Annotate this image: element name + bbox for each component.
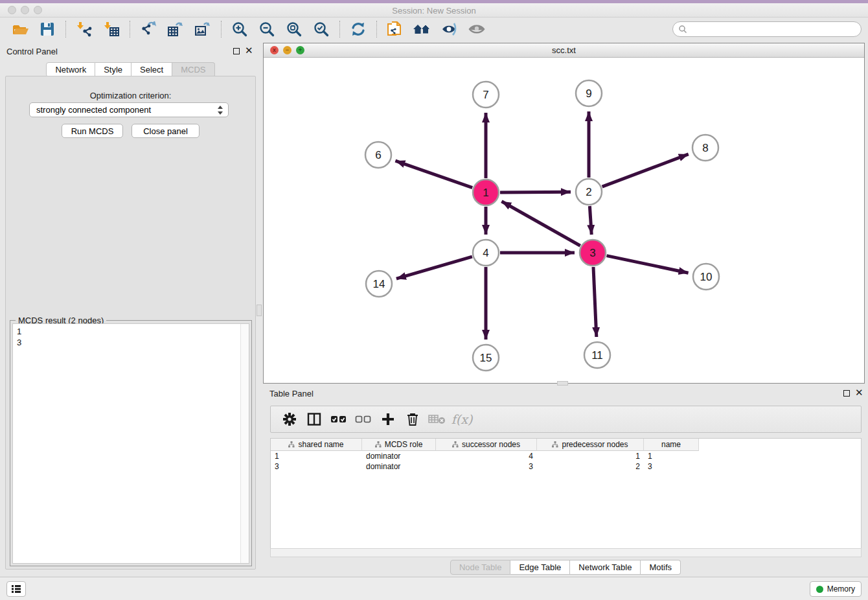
- tab-network-table[interactable]: Network Table: [570, 560, 641, 575]
- add-column-icon[interactable]: [378, 410, 398, 429]
- table-panel-title: Table Panel: [269, 389, 314, 398]
- search-input[interactable]: [687, 23, 861, 36]
- float-panel-icon[interactable]: [233, 48, 240, 54]
- close-panel-icon[interactable]: ✕: [245, 45, 253, 56]
- node-label-8: 8: [702, 142, 708, 154]
- column-tree-icon: [452, 441, 459, 448]
- tab-style[interactable]: Style: [95, 62, 131, 77]
- node-label-15: 15: [480, 352, 492, 364]
- hide-graphics-details-icon[interactable]: [439, 20, 461, 38]
- select-stepper-icon: [216, 105, 224, 115]
- table-horizontal-scrollbar[interactable]: [270, 548, 862, 557]
- tab-motifs[interactable]: Motifs: [641, 560, 681, 575]
- import-table-icon[interactable]: [100, 20, 122, 38]
- task-list-icon: [11, 584, 21, 594]
- toolbar-separator: [221, 21, 222, 38]
- tab-node-table[interactable]: Node Table: [450, 560, 511, 575]
- toolbar-separator: [65, 21, 66, 38]
- edge-4-14[interactable]: [396, 257, 472, 279]
- column-header-label: predecessor nodes: [562, 440, 628, 449]
- edge-2-8[interactable]: [602, 154, 689, 187]
- export-table-icon[interactable]: [165, 20, 187, 38]
- mcds-result-box: MCDS result (2 nodes) 13: [10, 320, 252, 566]
- splitter-grip-vertical[interactable]: [257, 305, 262, 316]
- network-graph[interactable]: 7968124314101511: [264, 58, 864, 383]
- column-header-name[interactable]: name: [644, 439, 699, 451]
- criterion-value: strongly connected component: [36, 105, 151, 115]
- column-header-successor-nodes[interactable]: successor nodes: [436, 439, 537, 451]
- zoom-out-icon[interactable]: [256, 20, 278, 38]
- column-header-shared-name[interactable]: shared name: [271, 439, 362, 451]
- table-tabs: Node TableEdge TableNetwork TableMotifs: [263, 560, 868, 575]
- result-line: 3: [17, 337, 245, 348]
- settings-gear-icon[interactable]: [280, 410, 299, 429]
- table-cell: 2: [537, 461, 644, 472]
- edge-3-11[interactable]: [593, 267, 597, 337]
- result-line: 1: [17, 326, 245, 337]
- network-view-title: scc.txt: [264, 45, 864, 55]
- main-toolbar: [0, 18, 868, 40]
- edge-2-3[interactable]: [589, 206, 591, 235]
- show-graphics-details-icon[interactable]: [466, 20, 488, 38]
- network-view-window: x − + scc.txt 7968124314101511: [263, 43, 865, 384]
- split-panel-icon[interactable]: [304, 410, 324, 429]
- search-box[interactable]: [672, 21, 862, 37]
- node-label-1: 1: [483, 187, 488, 199]
- column-tree-icon: [552, 441, 558, 448]
- import-network-icon[interactable]: [73, 20, 95, 38]
- zoom-selected-icon[interactable]: [310, 20, 332, 38]
- toolbar-separator: [339, 21, 340, 38]
- tab-edge-table[interactable]: Edge Table: [510, 560, 570, 575]
- close-panel-button[interactable]: Close panel: [131, 124, 200, 138]
- zoom-in-icon[interactable]: [229, 20, 251, 38]
- export-network-icon[interactable]: [137, 20, 159, 38]
- network-from-selection-icon[interactable]: [384, 20, 406, 38]
- criterion-select[interactable]: strongly connected component: [29, 102, 229, 117]
- memory-button[interactable]: Memory: [810, 581, 862, 597]
- column-header-label: MCDS role: [385, 440, 423, 449]
- float-table-panel-icon[interactable]: [843, 390, 850, 397]
- column-header-MCDS-role[interactable]: MCDS role: [362, 439, 436, 451]
- node-table: shared nameMCDS rolesuccessor nodesprede…: [270, 438, 862, 548]
- table-cell: 3: [436, 461, 537, 472]
- open-file-icon[interactable]: [9, 20, 31, 38]
- tab-network[interactable]: Network: [46, 62, 95, 77]
- delete-table-icon[interactable]: [428, 410, 447, 429]
- result-scrollbar[interactable]: [240, 324, 249, 563]
- mcds-result-area[interactable]: 13: [12, 323, 249, 564]
- node-label-4: 4: [483, 247, 488, 259]
- table-cell: 1: [537, 451, 644, 461]
- deselect-all-icon[interactable]: [354, 410, 373, 429]
- window-titlebar[interactable]: Session: New Session: [0, 3, 868, 17]
- tab-select[interactable]: Select: [131, 62, 172, 77]
- node-label-3: 3: [589, 247, 595, 259]
- table-cell: 1: [271, 451, 362, 461]
- splitter-grip-horizontal[interactable]: [557, 381, 568, 386]
- function-builder-icon[interactable]: f(x): [452, 410, 472, 429]
- select-all-icon[interactable]: [329, 410, 348, 429]
- refresh-icon[interactable]: [347, 20, 369, 38]
- node-label-11: 11: [591, 349, 603, 362]
- edge-3-1[interactable]: [501, 202, 580, 246]
- delete-column-icon[interactable]: [403, 410, 422, 429]
- column-header-predecessor-nodes[interactable]: predecessor nodes: [537, 439, 644, 451]
- save-session-icon[interactable]: [36, 20, 58, 38]
- table-row[interactable]: 3dominator323: [271, 461, 861, 472]
- edge-1-2[interactable]: [500, 192, 571, 192]
- zoom-fit-icon[interactable]: [283, 20, 305, 38]
- close-table-panel-icon[interactable]: ✕: [855, 387, 863, 398]
- edge-1-6[interactable]: [395, 161, 472, 188]
- table-cell: dominator: [362, 461, 436, 472]
- home-icon[interactable]: [411, 20, 433, 38]
- edge-3-10[interactable]: [607, 256, 689, 273]
- table-cell: 4: [436, 451, 537, 461]
- run-mcds-button[interactable]: Run MCDS: [62, 124, 123, 138]
- toolbar-separator: [376, 21, 377, 38]
- task-history-button[interactable]: [6, 581, 26, 597]
- column-header-label: shared name: [298, 440, 343, 449]
- control-panel-tabs: NetworkStyleSelectMCDS: [0, 62, 261, 77]
- tab-mcds[interactable]: MCDS: [172, 62, 214, 77]
- network-window-titlebar[interactable]: x − + scc.txt: [264, 43, 864, 58]
- export-image-icon[interactable]: [192, 20, 214, 38]
- table-row[interactable]: 1dominator411: [271, 451, 861, 461]
